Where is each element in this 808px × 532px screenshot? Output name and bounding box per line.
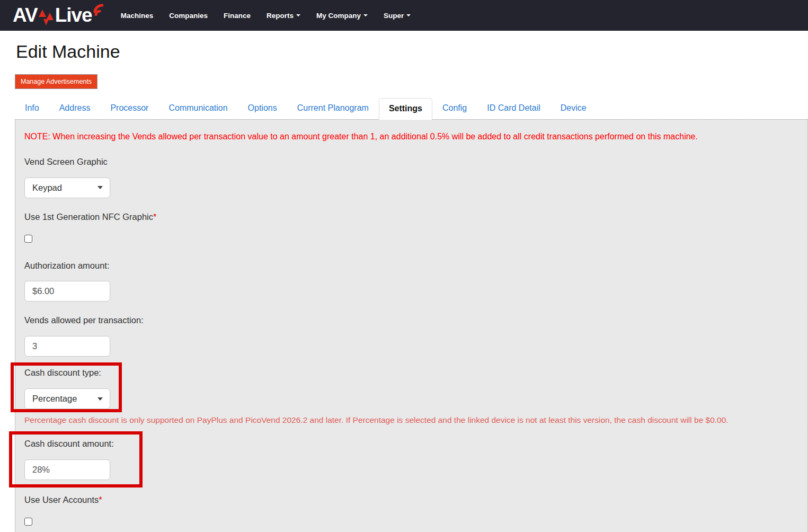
- cash-discount-amount-input[interactable]: [24, 459, 110, 480]
- nav-item-my-company[interactable]: My Company: [308, 0, 376, 31]
- cash-discount-helper-text: Percentage cash discount is only support…: [24, 415, 797, 425]
- chevron-down-icon: [97, 186, 103, 189]
- authorization-amount-label: Authorization amount:: [24, 261, 797, 271]
- authorization-amount-input[interactable]: [24, 281, 110, 302]
- cash-discount-type-value: Percentage: [32, 394, 77, 404]
- tab-address[interactable]: Address: [49, 97, 101, 119]
- tab-communication[interactable]: Communication: [158, 97, 237, 119]
- nav-item-machines[interactable]: Machines: [113, 0, 162, 31]
- tab-id-card-detail[interactable]: ID Card Detail: [477, 97, 550, 119]
- page-title: Edit Machine: [16, 42, 808, 61]
- annotation-box-cash-discount-type: Cash discount type: Percentage: [11, 362, 122, 412]
- nav-item-companies[interactable]: Companies: [161, 0, 216, 31]
- nav-item-finance[interactable]: Finance: [216, 0, 259, 31]
- vends-allowed-label: Vends allowed per transaction:: [24, 315, 797, 325]
- top-navbar: AV Live Machines Companies Finance Repor…: [0, 0, 808, 31]
- nfc-graphic-checkbox[interactable]: [24, 235, 32, 243]
- logo-text-av: AV: [13, 2, 38, 29]
- use-user-accounts-checkbox[interactable]: [24, 518, 32, 526]
- nav-item-reports[interactable]: Reports: [259, 0, 308, 31]
- cash-discount-amount-label: Cash discount amount:: [24, 439, 114, 449]
- tab-config[interactable]: Config: [432, 97, 477, 119]
- cash-discount-type-label: Cash discount type:: [24, 368, 110, 378]
- logo-text-live: Live: [55, 2, 92, 29]
- tab-device[interactable]: Device: [550, 97, 597, 119]
- annotation-box-cash-discount-amount: Cash discount amount:: [9, 431, 143, 487]
- avlive-logo[interactable]: AV Live: [13, 2, 106, 29]
- logo-red-mark-icon: [39, 10, 55, 28]
- tab-options[interactable]: Options: [238, 97, 287, 119]
- machine-tabs: Info Address Processor Communication Opt…: [15, 97, 808, 119]
- tab-info[interactable]: Info: [15, 97, 49, 119]
- vend-screen-graphic-value: Keypad: [32, 183, 62, 193]
- vend-screen-graphic-label: Vend Screen Graphic: [24, 157, 797, 167]
- settings-tab-panel: NOTE: When increasing the Vends allowed …: [15, 119, 808, 532]
- logo-signal-icon: [93, 3, 106, 16]
- required-asterisk: *: [153, 212, 156, 221]
- cash-discount-type-select[interactable]: Percentage: [24, 388, 110, 409]
- nfc-graphic-label: Use 1st Generation NFC Graphic*: [24, 212, 797, 222]
- chevron-down-icon: [97, 397, 103, 401]
- vends-allowed-input[interactable]: [24, 336, 110, 357]
- vend-screen-graphic-select[interactable]: Keypad: [24, 178, 110, 198]
- navbar-menu: Machines Companies Finance Reports My Co…: [113, 0, 419, 31]
- tab-settings[interactable]: Settings: [379, 98, 432, 120]
- vends-note-text: NOTE: When increasing the Vends allowed …: [24, 131, 797, 141]
- chevron-down-icon: [296, 14, 300, 16]
- manage-advertisements-button[interactable]: Manage Advertisements: [15, 74, 97, 89]
- chevron-down-icon: [406, 14, 411, 16]
- tab-current-planogram[interactable]: Current Planogram: [287, 97, 379, 119]
- nav-item-super[interactable]: Super: [376, 0, 419, 31]
- tab-processor[interactable]: Processor: [100, 97, 158, 119]
- chevron-down-icon: [363, 14, 368, 16]
- required-asterisk: *: [99, 495, 102, 504]
- use-user-accounts-label: Use User Accounts*: [24, 495, 797, 505]
